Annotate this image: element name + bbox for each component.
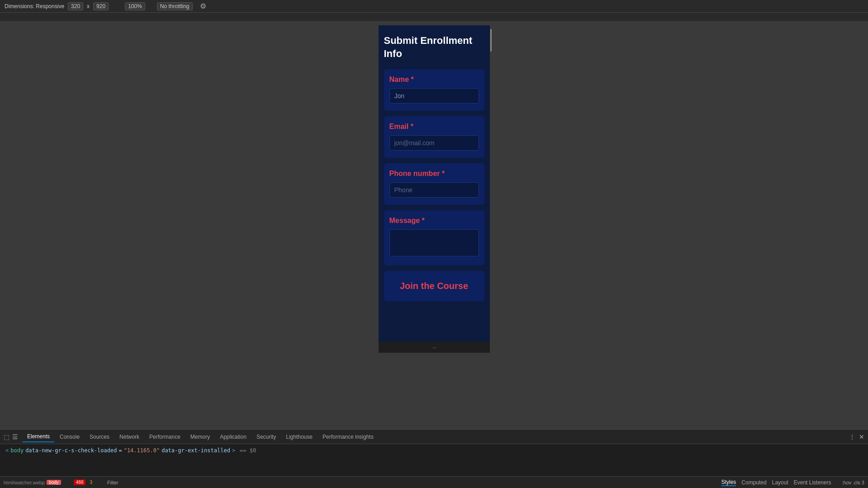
- devtools-bottom-bar: html/watcher.webp body 488 3 Filter Styl…: [0, 476, 868, 488]
- layout-tab[interactable]: Layout: [772, 479, 788, 486]
- main-content: Submit Enrollment Info Name * Email *: [0, 22, 868, 429]
- submit-section: Join the Course: [384, 271, 484, 301]
- message-input[interactable]: [389, 229, 479, 256]
- message-section: Message *: [384, 210, 484, 265]
- message-label: Message *: [389, 217, 479, 225]
- tab-lighthouse[interactable]: Lighthouse: [281, 432, 317, 442]
- message-label-text: Message: [389, 217, 420, 224]
- devtools-icons: ⬚ ☰: [4, 433, 18, 441]
- tab-console[interactable]: Console: [55, 432, 84, 442]
- devtools-tabs-bar: ⬚ ☰ Elements Console Sources Network Per…: [0, 430, 868, 444]
- name-label: Name *: [389, 76, 479, 84]
- phone-label: Phone number *: [389, 170, 479, 178]
- error-badge: 488: [74, 479, 86, 485]
- email-required: *: [411, 123, 413, 130]
- settings-icon[interactable]: ⚙: [200, 2, 206, 10]
- filter-label: Filter: [107, 480, 118, 485]
- name-required: *: [411, 76, 414, 83]
- phone-required: *: [442, 170, 445, 177]
- ruler-bar: [0, 13, 868, 22]
- x-label: x: [87, 3, 90, 9]
- devtools-topbar: Dimensions: Responsive 320 x 920 100% No…: [0, 0, 868, 13]
- mobile-wrapper: Submit Enrollment Info Name * Email *: [379, 25, 490, 353]
- html-equals-marker: == $0: [240, 447, 256, 454]
- html-equals-1: =: [119, 447, 122, 454]
- name-label-text: Name: [389, 76, 409, 83]
- tab-performance[interactable]: Performance: [145, 432, 185, 442]
- tab-security[interactable]: Security: [252, 432, 280, 442]
- phone-section: Phone number *: [384, 163, 484, 205]
- zoom-value[interactable]: 100%: [125, 2, 145, 10]
- devtools-watcher-area: html/watcher.webp body: [4, 480, 61, 485]
- tab-application[interactable]: Application: [215, 432, 251, 442]
- watcher-badge: body: [47, 480, 61, 485]
- right-tabs-area: Styles Computed Layout Event Listeners: [721, 479, 831, 486]
- tab-performance-insights[interactable]: Performance insights: [318, 432, 378, 442]
- html-row: <body data-new-gr-c-s-check-loaded="14.1…: [5, 446, 863, 455]
- close-devtools-icon[interactable]: ✕: [859, 433, 864, 441]
- throttle-value[interactable]: No throttling: [157, 2, 193, 10]
- event-listeners-tab[interactable]: Event Listeners: [794, 479, 831, 486]
- email-label-text: Email: [389, 123, 409, 130]
- resize-handle[interactable]: ⏤: [379, 342, 490, 353]
- phone-input[interactable]: [389, 182, 479, 198]
- hover-info: :hov .cls 3: [842, 480, 864, 485]
- name-input[interactable]: [389, 88, 479, 104]
- more-tabs-icon[interactable]: ⋮: [849, 433, 855, 441]
- warning-badge: 3: [87, 479, 95, 485]
- html-tag-open: <: [5, 447, 9, 454]
- devtools-content-area: <body data-new-gr-c-s-check-loaded="14.1…: [0, 444, 868, 457]
- html-attr-1: data-new-gr-c-s-check-loaded: [25, 447, 117, 454]
- form-title: Submit Enrollment Info: [384, 34, 484, 60]
- styles-tab[interactable]: Styles: [721, 479, 736, 486]
- message-required: *: [422, 217, 425, 224]
- height-value[interactable]: 920: [93, 2, 109, 10]
- html-attr-2: data-gr-ext-installed: [161, 447, 230, 454]
- form-container: Submit Enrollment Info Name * Email *: [379, 25, 490, 342]
- devtools-right-actions: ⋮ ✕: [849, 433, 864, 441]
- error-area: 488 3: [74, 479, 95, 485]
- tab-elements[interactable]: Elements: [23, 431, 54, 442]
- tab-sources[interactable]: Sources: [85, 432, 114, 442]
- scrollbar-thumb[interactable]: [490, 29, 492, 52]
- html-value-1: "14.1165.0": [124, 447, 160, 454]
- dimension-label: Dimensions: Responsive: [5, 3, 64, 9]
- device-icon[interactable]: ☰: [12, 433, 18, 441]
- email-section: Email *: [384, 116, 484, 158]
- submit-button[interactable]: Join the Course: [391, 277, 477, 295]
- html-tag-close: >: [232, 447, 235, 454]
- name-section: Name *: [384, 69, 484, 111]
- email-input[interactable]: [389, 135, 479, 151]
- computed-tab[interactable]: Computed: [741, 479, 766, 486]
- email-label: Email *: [389, 123, 479, 131]
- tab-memory[interactable]: Memory: [186, 432, 214, 442]
- width-value[interactable]: 320: [68, 2, 83, 10]
- watcher-label: html/watcher.webp: [4, 480, 45, 485]
- tab-network[interactable]: Network: [115, 432, 144, 442]
- devtools-panel: ⬚ ☰ Elements Console Sources Network Per…: [0, 429, 868, 488]
- inspect-icon[interactable]: ⬚: [4, 433, 9, 441]
- html-tag-name: body: [10, 447, 24, 454]
- phone-label-text: Phone number: [389, 170, 440, 177]
- mobile-frame: Submit Enrollment Info Name * Email *: [379, 25, 490, 342]
